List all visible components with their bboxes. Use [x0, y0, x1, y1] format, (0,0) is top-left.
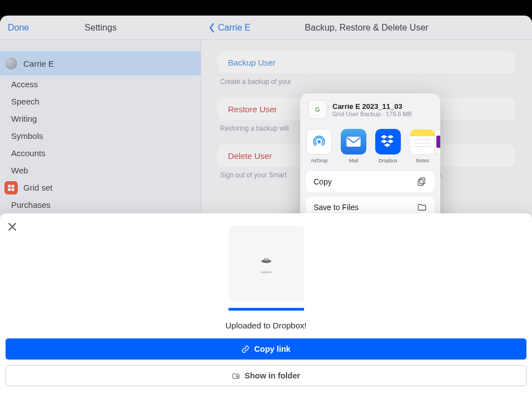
- svg-rect-2: [420, 178, 425, 184]
- file-icon: G: [308, 100, 327, 119]
- notes-icon: [410, 129, 435, 154]
- sidebar-item-access[interactable]: Access: [0, 76, 201, 93]
- show-in-folder-label: Show in folder: [245, 371, 300, 380]
- folder-icon: [417, 202, 427, 212]
- sidebar-item-user[interactable]: Carrie E: [0, 51, 201, 76]
- file-preview: [228, 226, 304, 301]
- save-files-label: Save to Files: [314, 203, 359, 212]
- share-app-label: Notes: [416, 158, 429, 163]
- topbar: Done Settings Carrie E Backup, Restore &…: [0, 16, 532, 40]
- uploaded-status: Uploaded to Dropbox!: [6, 321, 526, 330]
- sidebar-item-gridset[interactable]: Grid set: [0, 179, 201, 196]
- copy-link-label: Copy link: [254, 345, 290, 353]
- user-name: Carrie E: [23, 59, 54, 68]
- sidebar-item-accounts[interactable]: Accounts: [0, 144, 201, 162]
- svg-point-0: [317, 140, 321, 143]
- progress-underline: [228, 308, 304, 311]
- sidebar-item-speech[interactable]: Speech: [0, 93, 201, 110]
- share-app-label: AirDrop: [311, 158, 328, 163]
- mail-icon: [341, 129, 366, 154]
- svg-point-5: [265, 258, 267, 260]
- share-file-header: G Carrie E 2023_11_03 Grid User Backup ·…: [300, 99, 440, 124]
- chevron-left-icon: [208, 23, 216, 33]
- close-icon: [8, 222, 17, 231]
- folder-search-icon: [232, 372, 240, 380]
- page-title: Backup, Restore & Delete User: [201, 23, 532, 33]
- share-app-mail[interactable]: Mail: [340, 129, 367, 163]
- copy-label: Copy: [314, 177, 332, 186]
- topbar-left: Done Settings: [0, 16, 201, 39]
- gridset-label: Grid set: [23, 183, 53, 192]
- dropbox-icon: [375, 129, 401, 154]
- sidebar-item-writing[interactable]: Writing: [0, 110, 201, 127]
- ufo-icon: [260, 253, 273, 267]
- airdrop-icon: [306, 129, 332, 154]
- copy-link-button[interactable]: Copy link: [6, 338, 526, 360]
- share-app-dropbox[interactable]: Dropbox: [375, 129, 401, 163]
- backup-user-button[interactable]: Backup User: [218, 51, 515, 73]
- onenote-icon: [435, 129, 440, 154]
- sidebar-item-web[interactable]: Web: [0, 162, 201, 179]
- back-button[interactable]: Carrie E: [208, 23, 251, 33]
- share-file-meta: Grid User Backup · 179.6 MB: [332, 111, 432, 117]
- sidebar-item-purchases[interactable]: Purchases: [0, 196, 201, 213]
- share-app-label: Dropbox: [379, 158, 397, 163]
- share-app-row: AirDrop Mail Dropbox Notes O…: [300, 124, 440, 167]
- avatar: [4, 57, 18, 70]
- svg-rect-3: [418, 179, 423, 186]
- share-action-copy[interactable]: Copy: [306, 171, 435, 192]
- backup-subtext: Create a backup of your: [218, 78, 515, 86]
- share-file-name: Carrie E 2023_11_03: [332, 102, 432, 111]
- app-window: Done Settings Carrie E Backup, Restore &…: [0, 16, 532, 394]
- share-app-label: Mail: [349, 158, 359, 163]
- gridset-icon: [4, 181, 18, 194]
- link-icon: [241, 345, 250, 353]
- copy-icon: [417, 177, 427, 187]
- settings-title: Settings: [0, 23, 201, 33]
- topbar-right: Carrie E Backup, Restore & Delete User: [201, 16, 532, 39]
- close-button[interactable]: [6, 220, 19, 236]
- share-app-airdrop[interactable]: AirDrop: [306, 129, 332, 163]
- back-label: Carrie E: [218, 23, 251, 33]
- show-in-folder-button[interactable]: Show in folder: [6, 365, 526, 386]
- svg-rect-1: [346, 137, 360, 147]
- share-app-notes[interactable]: Notes: [409, 129, 436, 163]
- dropbox-uploaded-sheet: Uploaded to Dropbox! Copy link Show in f…: [0, 213, 532, 394]
- sidebar-item-symbols[interactable]: Symbols: [0, 127, 201, 144]
- done-button[interactable]: Done: [8, 23, 29, 33]
